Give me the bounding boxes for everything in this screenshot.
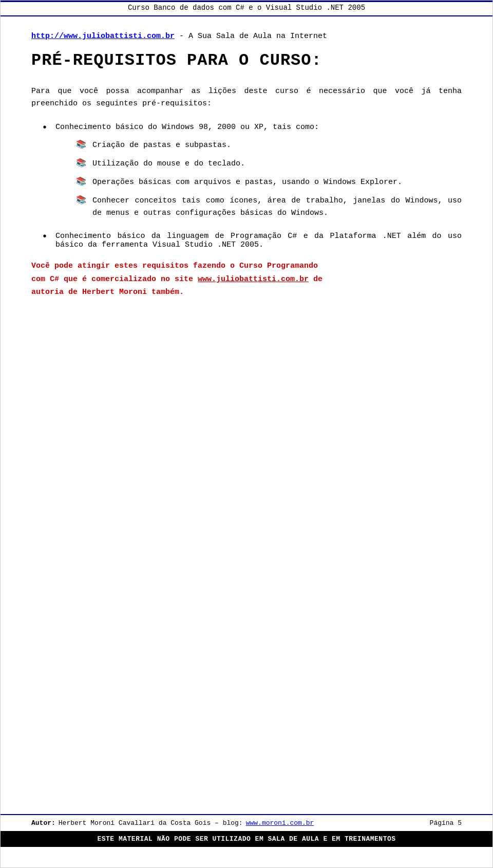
highlight-line3: de (309, 275, 323, 284)
url-line: http://www.juliobattisti.com.br - A Sua … (31, 32, 462, 41)
sub-item-text-1-3: Operações básicas com arquivos e pastas,… (92, 176, 462, 189)
bullet-section: • Conhecimento básico do Windows 98, 200… (42, 123, 462, 249)
footer-author-left: Autor: Herbert Moroni Cavallari da Costa… (31, 819, 314, 827)
sub-list-1: 📚 Criação de pastas e subpastas. 📚 Utili… (76, 139, 462, 219)
bullet-item-1: • Conhecimento básico do Windows 98, 200… (42, 123, 462, 226)
page-wrapper: Curso Banco de dados com C# e o Visual S… (0, 0, 493, 868)
book-icon-1: 📚 (76, 139, 86, 150)
highlight-paragraph: Você pode atingir estes requisitos fazen… (31, 260, 462, 299)
bullet-text-2: Conhecimento básico da linguagem de Prog… (55, 232, 462, 249)
bullet-dot-2: • (42, 231, 48, 243)
footer-blog-link[interactable]: www.moroni.com.br (246, 819, 314, 827)
intro-paragraph: Para que você possa acompanhar as lições… (31, 85, 462, 110)
footer-author-line: Autor: Herbert Moroni Cavallari da Costa… (1, 814, 492, 831)
highlight-link[interactable]: www.juliobattisti.com.br (198, 275, 309, 284)
sub-item-1-2: 📚 Utilização do mouse e do teclado. (76, 158, 462, 170)
main-heading: PRÉ-REQUISITOS PARA O CURSO: (31, 51, 462, 70)
book-icon-2: 📚 (76, 158, 86, 168)
sub-item-text-1-2: Utilização do mouse e do teclado. (92, 158, 462, 170)
content-area: http://www.juliobattisti.com.br - A Sua … (1, 16, 492, 366)
sub-item-text-1-4: Conhecer conceitos tais como ícones, áre… (92, 195, 462, 219)
highlight-line4: autoria de Herbert Moroni também. (31, 288, 184, 297)
header-title: Curso Banco de dados com C# e o Visual S… (128, 4, 365, 12)
sub-item-text-1-1: Criação de pastas e subpastas. (92, 139, 462, 152)
book-icon-3: 📚 (76, 176, 86, 187)
bullet-dot-1: • (42, 122, 48, 134)
bullet-text-1: Conhecimento básico do Windows 98, 2000 … (55, 123, 462, 226)
footer-author-label: Autor: (31, 819, 55, 827)
sub-item-1-3: 📚 Operações básicas com arquivos e pasta… (76, 176, 462, 189)
footer-warning: ESTE MATERIAL NÃO PODE SER UTILIZADO EM … (1, 831, 492, 847)
footer-author-name: Herbert Moroni Cavallari da Costa Gois –… (59, 819, 243, 827)
sub-item-1-1: 📚 Criação de pastas e subpastas. (76, 139, 462, 152)
footer: Autor: Herbert Moroni Cavallari da Costa… (1, 814, 492, 847)
url-link[interactable]: http://www.juliobattisti.com.br (31, 32, 175, 41)
top-border (1, 1, 492, 2)
footer-page-label: Página 5 (430, 819, 462, 827)
header-bar: Curso Banco de dados com C# e o Visual S… (1, 1, 492, 16)
book-icon-4: 📚 (76, 195, 86, 205)
sub-item-1-4: 📚 Conhecer conceitos tais como ícones, á… (76, 195, 462, 219)
url-subtitle: - A Sua Sala de Aula na Internet (175, 32, 327, 41)
highlight-line1: Você pode atingir estes requisitos fazen… (31, 262, 318, 270)
bullet-item-2: • Conhecimento básico da linguagem de Pr… (42, 232, 462, 249)
highlight-line2: com C# que é comercializado no site (31, 275, 198, 284)
